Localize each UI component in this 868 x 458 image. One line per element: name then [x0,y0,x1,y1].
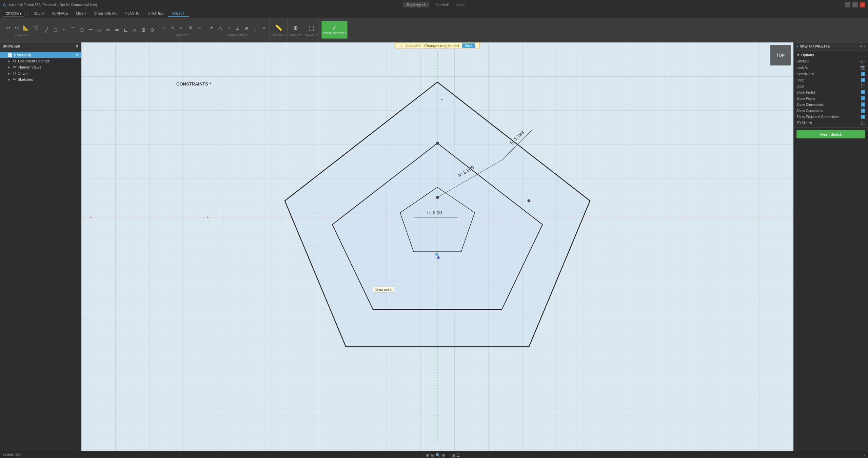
arc-tool[interactable]: ⌒ [69,26,77,34]
browser-settings-icon[interactable]: ⚙ [75,44,78,48]
comments-panel: COMMENTS ⊕ ◉ 🔍 ⊕ ⬚ ⊞ ☰ ● [0,451,868,458]
palette-header-controls: « » [860,44,865,48]
scale-tool[interactable]: ↔ [195,24,203,32]
constraint-tool-5[interactable]: ⌀ [242,24,251,32]
offset-tool[interactable]: ⊏ [122,26,130,34]
svg-text:+: + [90,215,92,219]
constraint-tool-7[interactable]: ≡ [260,24,268,32]
tab-plastic[interactable]: PLASTIC [122,11,143,17]
bottom-icon-3[interactable]: 🔍 [435,453,440,458]
modify-group-label[interactable]: MODIFY ▾ [175,33,188,36]
constraint-tool-6[interactable]: ∥ [251,24,259,32]
finish-sketch-button[interactable]: Finish Sketch [796,130,865,138]
sketch-grid-checkbox[interactable]: ✓ [861,72,865,76]
tree-item-document-settings[interactable]: ▶ ⚙ Document Settings [0,58,81,64]
inspect-tool[interactable]: 📏 [275,24,283,32]
construction-tool[interactable]: ⊙ [148,26,156,34]
browser-tree: ▼ 📄 (Unsaved) ⚙ ▶ ⚙ Document Settings ▶ … [0,51,81,84]
close-button[interactable]: × [860,2,865,7]
finish-sketch-toolbar-button[interactable]: ✓ FINISH SKETCH ▾ [321,21,348,39]
ellipse-tool[interactable]: ⬭ [95,26,103,34]
line-tool[interactable]: ╱ [42,26,51,34]
bottom-icon-7[interactable]: ☰ [456,453,460,458]
palette-expand-icon[interactable]: « [860,44,862,48]
bottom-icon-5[interactable]: ⬚ [447,453,450,458]
view-cube[interactable]: TOP [770,45,791,65]
show-constraints-checkbox[interactable]: ✓ [861,109,865,113]
inspect-group-label[interactable]: INSPECT ▾ [272,33,286,36]
show-projected-checkbox[interactable]: ✓ [861,115,865,119]
slice-checkbox[interactable] [861,84,865,88]
tool2-button[interactable]: ⬚ [31,24,39,32]
constraint-tool-1[interactable]: ↗ [207,24,215,32]
tab-surface[interactable]: SURFACE [48,11,71,17]
svg-text:fr: 5.00: fr: 5.00 [427,210,442,215]
select-group-label[interactable]: SELECT ▾ [305,33,318,36]
linetype-left-icon[interactable]: ◁ [859,59,862,63]
bottom-icon-6[interactable]: ⊞ [452,453,455,458]
show-dimensions-checkbox[interactable]: ✓ [861,102,865,107]
tree-item-origin[interactable]: ▶ ◎ Origin [0,70,81,76]
create-group-label[interactable]: CREATE ▾ [15,33,28,36]
constraints-group-label[interactable]: CONSTRAINTS ▾ [227,33,249,36]
constraint-tool-2[interactable]: △ [216,24,224,32]
file-tab-1[interactable]: fidget-toy v1 [403,2,429,7]
palette-row-snap: Snap ✓ [796,77,865,83]
tab-mesh[interactable]: MESH [73,11,89,17]
extend-tool[interactable]: ⇤ [178,24,186,32]
constraints-row: ↗ △ ○ ⊥ ⌀ ∥ ≡ [207,24,268,32]
svg-text:fr: 1.199: fr: 1.199 [509,129,525,146]
trim-modify-tool[interactable]: ✁ [169,24,177,32]
3d-sketch-label: 3D Sketch [796,121,812,125]
pattern-tool[interactable]: ⊞ [139,26,147,34]
settings-icon-small[interactable]: ⚙ [75,53,78,57]
show-points-checkbox[interactable]: ✓ [861,96,865,100]
tool1-button[interactable]: 📐 [22,24,30,32]
select-tool[interactable]: ⬚ [308,24,316,32]
project-tool[interactable]: △ [131,26,139,34]
polygon-tool[interactable]: ⬡ [78,26,86,34]
fillet-tool[interactable]: ⌓ [160,24,168,32]
tab-sketch[interactable]: SKETCH [168,11,189,17]
tree-item-unsaved[interactable]: ▼ 📄 (Unsaved) ⚙ [0,52,81,58]
circle-tool[interactable]: ○ [60,26,68,34]
insert-group-label[interactable]: INSERT ▾ [290,33,301,36]
toolbar: ↩ ↪ 📐 ⬚ CREATE ▾ ╱ □ ○ ⌒ ⬡ 〜 ⬭ ✂ ⇌ ⊏ △ ⊞ [0,18,868,42]
minimize-button[interactable]: − [845,2,850,7]
save-button[interactable]: Save [462,43,475,48]
design-dropdown[interactable]: DESIGN ▾ [3,11,24,17]
bottom-icon-1[interactable]: ⊕ [426,453,429,458]
tree-item-named-views[interactable]: ▶ 👁 Named Views [0,64,81,70]
constraint-tool-3[interactable]: ○ [225,24,233,32]
bottom-icon-4[interactable]: ⊕ [442,453,445,458]
look-at-icon[interactable]: 📷 [860,65,865,70]
rect-tool[interactable]: □ [51,26,59,34]
insert-tool[interactable]: ⊕ [291,24,299,32]
palette-row-look-at: Look At 📷 [796,64,865,71]
tree-item-sketches[interactable]: ▶ ✏ Sketches [0,76,81,82]
undo-button[interactable]: ↩ [4,24,12,32]
palette-close-icon[interactable]: » [863,44,865,48]
show-profile-checkbox[interactable]: ✓ [861,90,865,94]
tab-solid[interactable]: SOLID [30,11,47,17]
options-section-header[interactable]: ▼ Options [796,52,865,58]
break-tool[interactable]: ✕ [186,24,195,32]
file-tab-2[interactable]: Untitled* [432,2,453,7]
linetype-right-icon[interactable]: ▷ [863,59,865,63]
3d-sketch-checkbox[interactable] [861,121,865,125]
linetype-controls: ◁ ▷ [859,59,865,63]
spline-tool[interactable]: 〜 [86,26,95,34]
svg-point-17 [528,199,530,202]
look-at-label: Look At [796,66,808,70]
maximize-button[interactable]: □ [852,2,858,7]
mirror-tool[interactable]: ⇌ [113,26,121,34]
snap-checkbox[interactable]: ✓ [861,78,865,82]
left-panel: BROWSER ⚙ ▼ 📄 (Unsaved) ⚙ ▶ ⚙ Document S… [0,42,81,451]
trim-tool[interactable]: ✂ [104,26,112,34]
constraint-tool-4[interactable]: ⊥ [234,24,242,32]
bottom-icon-2[interactable]: ◉ [431,453,434,458]
redo-button[interactable]: ↪ [13,24,21,32]
viewport[interactable]: fr: 3.509 fr: 1.199 fr: 5.00 ▲ CONSTRAIN… [81,42,793,451]
tab-sheet-metal[interactable]: SHEET METAL [91,11,121,17]
tab-utilities[interactable]: UTILITIES [144,11,167,17]
